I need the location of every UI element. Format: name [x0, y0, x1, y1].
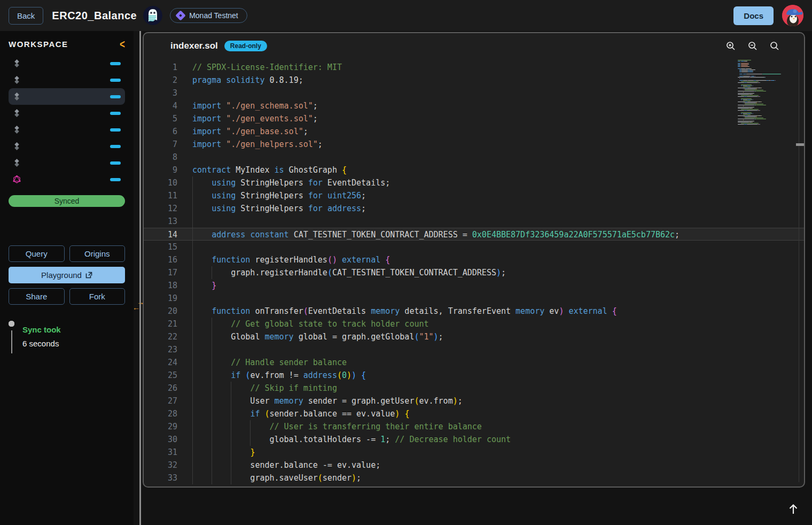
graphql-icon [13, 175, 21, 183]
external-link-icon [85, 272, 92, 279]
line-number: 5 [144, 112, 177, 125]
docs-button[interactable]: Docs [733, 6, 774, 25]
file-item-gen_helpers.sol[interactable] [9, 121, 125, 138]
code-token: ; [303, 127, 308, 136]
code-line-20[interactable]: 20 function onTransfer(EventDetails memo… [144, 305, 804, 318]
code-line-33[interactable]: 33 graph.saveUser(sender); [144, 472, 804, 484]
code-token: ev.from != [250, 370, 303, 380]
code-token: // Get global state to track holder coun… [231, 319, 428, 329]
code-token: MyIndex [231, 165, 274, 175]
code-line-8[interactable]: 8 [144, 151, 804, 164]
code-token: "./gen_schema.sol" [226, 101, 313, 111]
indent-guide [212, 266, 212, 279]
resize-handle-icon[interactable]: →← [132, 299, 147, 312]
code-line-5[interactable]: 5import "./gen_events.sol"; [144, 112, 804, 125]
code-token: ; [439, 332, 443, 342]
code-token: address [212, 230, 245, 240]
code-line-11[interactable]: 11 using StringHelpers for uint256; [144, 189, 804, 202]
code-token: "./gen_events.sol" [226, 114, 313, 123]
share-button[interactable]: Share [9, 288, 65, 305]
code-line-6[interactable]: 6import "./gen_base.sol"; [144, 125, 804, 138]
file-item-gen_base.sol[interactable] [9, 105, 125, 121]
footer-bar [143, 490, 812, 525]
network-badge[interactable]: Monad Testnet [170, 8, 247, 23]
code-line-26[interactable]: 26 // Skip if minting [144, 382, 804, 395]
scroll-to-top-button[interactable] [785, 501, 801, 518]
code-token: ( [303, 306, 308, 316]
code-line-32[interactable]: 32 sender.balance -= ev.value; [144, 459, 804, 472]
code-token: ; [318, 140, 323, 149]
code-token: CAT_TESTNET_TOKEN_CONTRACT_ADDRESS [332, 268, 496, 277]
code-token: external [342, 255, 380, 265]
code-token: StringHelpers [236, 204, 308, 213]
collapse-sidebar-icon[interactable]: < [120, 38, 125, 50]
code-line-7[interactable]: 7import "./gen_helpers.sol"; [144, 138, 804, 151]
origins-button[interactable]: Origins [69, 245, 126, 262]
code-line-12[interactable]: 12 using StringHelpers for address; [144, 202, 804, 215]
code-token: { [342, 165, 347, 175]
readonly-badge [110, 95, 121, 98]
indent-guide [231, 420, 231, 433]
code-line-10[interactable]: 10 using StringHelpers for EventDetails; [144, 176, 804, 189]
code-line-17[interactable]: 17 graph.registerHandle(CAT_TESTNET_TOKE… [144, 266, 804, 279]
zoom-out-icon[interactable] [748, 41, 758, 51]
file-item-schema.sol[interactable] [9, 72, 125, 88]
code-token [221, 101, 226, 111]
code-line-9[interactable]: 9contract MyIndex is GhostGraph { [144, 164, 804, 176]
code-line-30[interactable]: 30 global.totalHolders -= 1; // Decrease… [144, 433, 804, 446]
code-line-14[interactable]: 14 address constant CAT_TESTNET_TOKEN_CO… [144, 228, 804, 241]
code-line-28[interactable]: 28 if (sender.balance == ev.value) { [144, 407, 804, 420]
file-item-events.sol[interactable] [9, 55, 125, 72]
indent-guide [192, 382, 193, 395]
editor-readonly-badge: Read-only [224, 41, 267, 51]
user-avatar[interactable] [782, 5, 803, 26]
indent-guide [212, 459, 212, 472]
line-number: 1 [144, 61, 177, 74]
code-area[interactable]: 1// SPDX-License-Identifier: MIT2pragma … [144, 61, 804, 487]
back-button[interactable]: Back [9, 7, 43, 25]
code-line-4[interactable]: 4import "./gen_schema.sol"; [144, 99, 804, 112]
code-line-3[interactable]: 3 [144, 87, 804, 99]
sidebar-divider[interactable] [139, 31, 141, 525]
code-line-29[interactable]: 29 // User is transferring their entire … [144, 420, 804, 433]
line-number: 29 [144, 420, 177, 433]
editor-header: indexer.sol Read-only [144, 33, 804, 59]
code-token: // SPDX-License-Identifier: MIT [192, 63, 342, 72]
code-token: solidity [226, 75, 264, 85]
indent-guide [192, 241, 193, 253]
code-token [192, 230, 212, 240]
code-line-21[interactable]: 21 // Get global state to track holder c… [144, 318, 804, 330]
search-icon[interactable] [770, 41, 779, 51]
code-token: sender.balance -= ev.value; [192, 460, 380, 470]
file-item-gen_schema.sol[interactable] [9, 138, 125, 155]
code-line-31[interactable]: 31 } [144, 446, 804, 459]
code-line-16[interactable]: 16 function registerHandles() external { [144, 253, 804, 266]
file-item-indexer.sol[interactable] [9, 88, 125, 105]
code-line-15[interactable]: 15 [144, 241, 804, 253]
file-item-gen_events.sol[interactable] [9, 155, 125, 171]
playground-button[interactable]: Playground [9, 267, 125, 283]
line-number: 9 [144, 164, 177, 176]
code-line-2[interactable]: 2pragma solidity 0.8.19; [144, 74, 804, 87]
code-line-25[interactable]: 25 if (ev.from != address(0)) { [144, 369, 804, 382]
code-line-22[interactable]: 22 Global memory global = graph.getGloba… [144, 330, 804, 343]
code-line-1[interactable]: 1// SPDX-License-Identifier: MIT [144, 61, 804, 74]
code-line-24[interactable]: 24 // Handle sender balance [144, 356, 804, 369]
code-token [192, 383, 250, 393]
file-item-schema.graphql[interactable] [9, 171, 125, 188]
code-token: ; [361, 204, 366, 213]
scrollbar-thumb[interactable] [796, 143, 804, 146]
code-line-19[interactable]: 19 [144, 292, 804, 305]
indent-guide [250, 433, 251, 446]
code-line-27[interactable]: 27 User memory sender = graph.getUser(ev… [144, 395, 804, 407]
code-line-13[interactable]: 13 [144, 215, 804, 228]
code-token: contract [192, 165, 231, 175]
minimap[interactable] [738, 60, 795, 132]
line-number: 20 [144, 305, 177, 318]
fork-button[interactable]: Fork [69, 288, 126, 305]
query-button[interactable]: Query [9, 245, 65, 262]
zoom-in-icon[interactable] [726, 41, 736, 51]
up-arrow-icon [787, 503, 800, 515]
code-line-18[interactable]: 18 } [144, 279, 804, 292]
code-line-23[interactable]: 23 [144, 343, 804, 356]
